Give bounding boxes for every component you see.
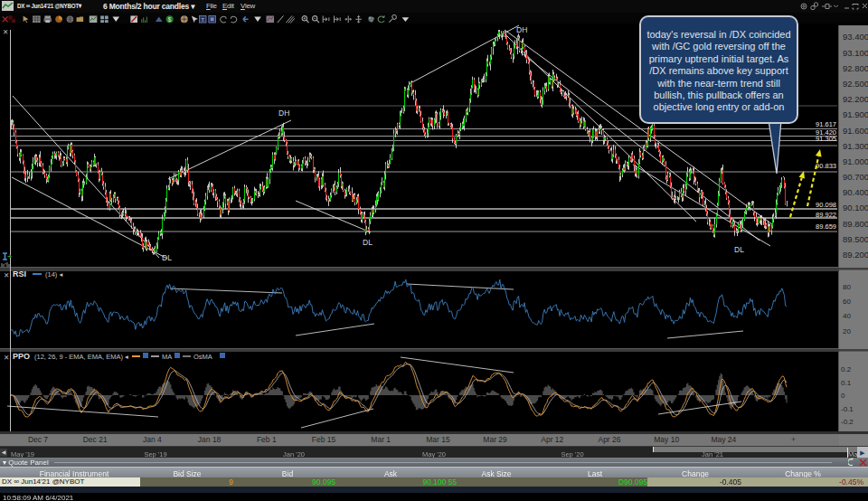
svg-text:89.500: 89.500 <box>843 234 868 244</box>
svg-text:90.098: 90.098 <box>816 201 836 209</box>
svg-text:PPO: PPO <box>13 352 30 361</box>
svg-text:0.2: 0.2 <box>841 365 852 373</box>
svg-text:40: 40 <box>843 312 851 320</box>
svg-text:92.800: 92.800 <box>843 63 868 73</box>
svg-text:DL: DL <box>363 238 373 247</box>
svg-text:92.200: 92.200 <box>843 94 868 104</box>
svg-text:89.922: 89.922 <box>816 211 836 219</box>
svg-text:-0.1: -0.1 <box>841 405 854 413</box>
svg-text:90.700: 90.700 <box>843 172 868 182</box>
svg-text:DL: DL <box>734 245 744 254</box>
svg-text:20: 20 <box>843 327 851 336</box>
svg-text:0.1: 0.1 <box>841 379 852 387</box>
svg-text:93.400: 93.400 <box>843 32 868 42</box>
svg-text:DH: DH <box>278 109 289 118</box>
svg-text:0: 0 <box>841 392 845 400</box>
svg-text:DL: DL <box>162 253 172 262</box>
svg-text:93.100: 93.100 <box>843 48 868 58</box>
svg-text:DH: DH <box>516 25 527 34</box>
svg-text:RSI: RSI <box>13 269 26 279</box>
svg-text:$: $ <box>168 16 172 23</box>
svg-text:80: 80 <box>843 283 851 291</box>
svg-text:✕: ✕ <box>3 28 8 36</box>
svg-text:90.833: 90.833 <box>816 162 836 170</box>
svg-text:91.617: 91.617 <box>816 120 836 128</box>
svg-text:89.200: 89.200 <box>843 250 868 260</box>
svg-text:✕: ✕ <box>4 271 9 279</box>
svg-text:91.300: 91.300 <box>843 141 868 151</box>
svg-text:60: 60 <box>843 298 851 306</box>
svg-text:MA: MA <box>162 353 172 361</box>
svg-text:-0.2: -0.2 <box>841 418 854 426</box>
svg-text:(14) ◂: (14) ◂ <box>45 270 62 279</box>
svg-text:90.400: 90.400 <box>843 187 868 197</box>
svg-text:91.900: 91.900 <box>843 109 868 119</box>
svg-text:(12, 26, 9 - EMA, EMA, EMA) ◂: (12, 26, 9 - EMA, EMA, EMA) ◂ <box>34 353 128 361</box>
svg-text:91.000: 91.000 <box>843 156 868 166</box>
svg-text:89.659: 89.659 <box>816 222 836 231</box>
svg-text:92.500: 92.500 <box>843 79 868 89</box>
svg-text:T: T <box>201 16 204 23</box>
svg-text:OsMA: OsMA <box>193 353 212 361</box>
svg-text:89.800: 89.800 <box>843 219 868 229</box>
svg-text:✕: ✕ <box>4 354 9 362</box>
svg-text:91.305: 91.305 <box>816 135 836 143</box>
svg-text:91.600: 91.600 <box>843 126 868 136</box>
svg-text:90.100: 90.100 <box>843 203 868 213</box>
